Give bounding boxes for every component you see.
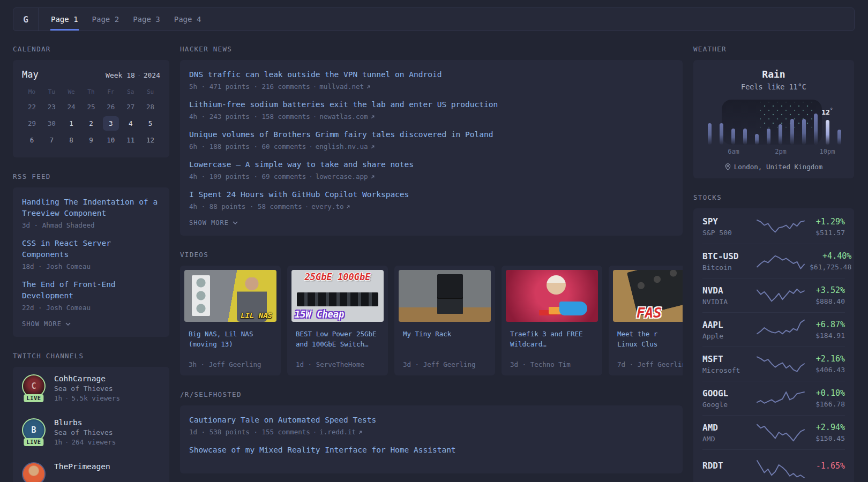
twitch-channel-row[interactable]: C LIVE CohhCarnage Sea of Thieves 1h·5.5… — [22, 374, 160, 402]
stock-sparkline — [756, 318, 805, 342]
calendar-day: 10 — [101, 132, 121, 148]
top-nav: G Page 1 Page 2 Page 3 Page 4 — [13, 7, 855, 31]
weather-bar — [837, 130, 841, 145]
location-pin-icon — [725, 163, 731, 170]
video-card[interactable]: Traefik 3 and FREE Wildcard… 3d · Techno… — [502, 266, 602, 375]
stock-name: Bitcoin — [702, 263, 752, 272]
weather-bar — [826, 120, 829, 145]
stock-row[interactable]: AAPLApple +6.87%$184.91 — [702, 312, 845, 347]
tab-page-2[interactable]: Page 2 — [92, 8, 120, 31]
stock-row[interactable]: MSFTMicrosoft +2.16%$406.43 — [702, 347, 845, 381]
weather-section-title: WEATHER — [693, 45, 854, 53]
tab-page-4[interactable]: Page 4 — [174, 8, 202, 31]
rss-show-more-button[interactable]: SHOW MORE — [22, 320, 71, 328]
stock-row[interactable]: BTC-USDBitcoin +4.40%$61,725.48 — [702, 244, 845, 278]
rss-item-link[interactable]: Handling The Indentation of a Treeview C… — [22, 197, 160, 219]
reddit-item-link[interactable]: Cautionary Tale on Automated Speed Tests — [189, 415, 376, 426]
hn-item-meta: 4h · 109 points · 69 comments·lowercase.… — [189, 172, 674, 180]
video-card[interactable]: My Tiny Rack 3d · Jeff Geerling — [394, 266, 495, 375]
external-link-icon — [366, 85, 371, 89]
stock-price: $166.78 — [810, 400, 845, 408]
twitch-avatar: B LIVE — [22, 418, 46, 442]
calendar-day: 4 — [121, 115, 140, 132]
stock-name: Google — [702, 401, 752, 409]
twitch-channel-row[interactable]: B LIVE Blurbs Sea of Thieves 1h·264 view… — [22, 418, 160, 446]
hn-domain-link[interactable]: mullvad.net — [319, 82, 364, 91]
right-column: WEATHER Rain Feels like 11°C 12° 6am2pm1… — [693, 45, 854, 482]
video-card[interactable]: FAS Meet the r Linux Clus 7d · Jeff Geer… — [609, 266, 683, 375]
stock-name: S&P 500 — [702, 229, 752, 237]
weather-bar — [790, 119, 794, 145]
calendar-section-title: CALENDAR — [13, 45, 169, 53]
thumbnail-overlay-text: FAS — [637, 305, 662, 321]
hn-item-link[interactable]: Unique volumes of Brothers Grimm fairy t… — [189, 129, 493, 140]
stock-row[interactable]: NVDANVIDIA +3.52%$888.40 — [702, 278, 845, 312]
stock-row[interactable]: RDDT -1.65% — [702, 449, 845, 482]
twitch-avatar: C LIVE — [22, 374, 46, 398]
app-logo[interactable]: G — [13, 8, 39, 31]
hn-domain-link[interactable]: newatlas.com — [319, 112, 368, 120]
hn-item-link[interactable]: DNS traffic can leak outside the VPN tun… — [189, 69, 442, 80]
weather-bar — [767, 129, 770, 145]
weather-widget: WEATHER Rain Feels like 11°C 12° 6am2pm1… — [693, 45, 854, 178]
hn-domain-link[interactable]: every.to — [311, 202, 343, 210]
rss-item-link[interactable]: The End of Front-End Development — [22, 279, 160, 302]
stock-price: $184.91 — [810, 332, 845, 340]
rss-section-title: RSS FEED — [13, 172, 169, 180]
thumbnail-overlay-text: 15W Cheap — [295, 309, 344, 320]
stock-name: Microsoft — [702, 366, 752, 374]
calendar-day: 6 — [22, 132, 42, 148]
video-thumbnail — [399, 270, 491, 322]
video-title: Big NAS, Lil NAS (moving 13) — [189, 329, 272, 350]
stock-sparkline — [756, 455, 805, 479]
hn-item-link[interactable]: I Spent 24 Hours with GitHub Copilot Wor… — [189, 189, 409, 200]
video-thumbnail: 25GbE 100GbE 15W Cheap — [291, 270, 384, 322]
hn-item-link[interactable]: Lithium-free sodium batteries exit the l… — [189, 99, 498, 110]
selfhosted-card: Cautionary Tale on Automated Speed Tests… — [180, 405, 683, 473]
calendar-day-grid: 22 23 24 25 26 27 28 29 30 1 2 3 4 5 6 7 — [22, 99, 160, 148]
stock-price: $150.45 — [810, 434, 845, 442]
video-card[interactable]: LIL NAS Big NAS, Lil NAS (moving 13) 3h … — [180, 266, 281, 375]
weather-location: London, United Kingdom — [702, 163, 845, 171]
tab-page-1[interactable]: Page 1 — [50, 8, 79, 31]
hn-domain-link[interactable]: lowercase.app — [316, 172, 368, 180]
hn-item: Lowercase – A simple way to take and sha… — [189, 159, 674, 180]
reddit-item-link[interactable]: Showcase of my Mixed Reality Interface f… — [189, 445, 456, 456]
hn-domain-link[interactable]: english.nv.ua — [316, 142, 368, 150]
middle-column: HACKER NEWS DNS traffic can leak outside… — [180, 45, 683, 482]
hn-item-meta: 4h · 243 points · 158 comments·newatlas.… — [189, 112, 674, 120]
twitch-channel-row[interactable]: ThePrimeagen — [22, 462, 160, 482]
hn-show-more-button[interactable]: SHOW MORE — [189, 219, 238, 227]
thumbnail-overlay-text: LIL NAS — [241, 311, 272, 320]
stock-change: +6.87% — [810, 320, 845, 329]
calendar-day: 5 — [140, 115, 160, 132]
selfhosted-widget: /R/SELFHOSTED Cautionary Tale on Automat… — [180, 390, 683, 473]
external-link-icon — [370, 115, 375, 119]
twitch-card: C LIVE CohhCarnage Sea of Thieves 1h·5.5… — [13, 367, 169, 482]
stock-price: $888.40 — [810, 297, 845, 305]
weather-card: Rain Feels like 11°C 12° 6am2pm10pm Lond… — [693, 60, 854, 178]
stock-row[interactable]: AMDAMD +2.94%$150.45 — [702, 415, 845, 449]
reddit-domain-link[interactable]: i.redd.it — [319, 428, 356, 436]
calendar-month: May — [22, 69, 39, 80]
thumbnail-overlay-text: 25GbE 100GbE — [291, 272, 384, 282]
video-meta: 3d · Jeff Geerling — [403, 360, 475, 368]
hn-item-meta: 6h · 188 points · 60 comments·english.nv… — [189, 142, 674, 150]
external-link-icon — [358, 430, 363, 435]
weather-bar — [720, 123, 723, 145]
weather-rain-dots — [760, 102, 815, 127]
video-meta: 1d · ServeTheHome — [296, 360, 364, 368]
video-meta: 7d · Jeff Geerling — [617, 360, 683, 368]
stock-row[interactable]: SPYS&P 500 +1.29%$511.57 — [702, 209, 845, 244]
rss-item-link[interactable]: CSS in React Server Components — [22, 238, 160, 260]
stock-price: $406.43 — [810, 366, 845, 374]
stock-name: NVIDIA — [702, 298, 752, 306]
video-title: Traefik 3 and FREE Wildcard… — [510, 329, 594, 350]
hn-item-link[interactable]: Lowercase – A simple way to take and sha… — [189, 159, 414, 170]
calendar-day: 2 — [81, 115, 101, 132]
stock-row[interactable]: GOOGLGoogle +0.10%$166.78 — [702, 381, 845, 415]
rss-card: Handling The Indentation of a Treeview C… — [13, 187, 169, 337]
reddit-item-meta: 1d · 538 points · 155 comments·i.redd.it — [189, 428, 674, 436]
tab-page-3[interactable]: Page 3 — [132, 8, 161, 31]
video-card[interactable]: 25GbE 100GbE 15W Cheap BEST Low Power 25… — [287, 266, 388, 375]
